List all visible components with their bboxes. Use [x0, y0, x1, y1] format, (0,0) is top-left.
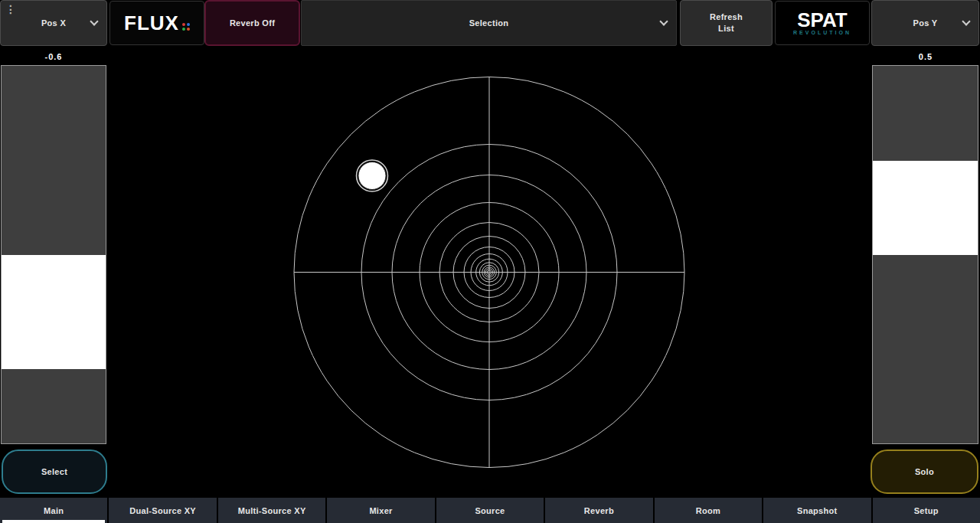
reverb-off-label: Reverb Off — [230, 18, 275, 28]
flux-logo-text: FLUX — [124, 11, 179, 35]
tab-label: Reverb — [584, 506, 614, 515]
chevron-down-icon — [962, 17, 970, 25]
tab-setup[interactable]: Setup — [873, 498, 980, 523]
selection-dropdown[interactable]: Selection — [301, 0, 677, 46]
kebab-menu-icon[interactable]: ⋮ — [5, 4, 16, 15]
tab-label: Multi-Source XY — [238, 506, 306, 515]
tab-room[interactable]: Room — [655, 498, 762, 523]
selection-label: Selection — [469, 18, 509, 28]
spat-logo-subtitle: REVOLUTION — [793, 30, 851, 35]
tab-label: Source — [475, 506, 505, 515]
pos-y-value: 0.5 — [872, 52, 979, 63]
select-button[interactable]: Select — [2, 449, 107, 494]
pos-x-fader[interactable] — [1, 65, 106, 444]
tab-snapshot[interactable]: Snapshot — [763, 498, 871, 523]
pos-x-dropdown[interactable]: ⋮ Pos X — [0, 0, 107, 46]
chevron-down-icon — [659, 17, 668, 25]
xy-pad[interactable] — [294, 77, 685, 468]
pos-y-dropdown[interactable]: Pos Y — [871, 0, 979, 46]
solo-button[interactable]: Solo — [871, 449, 978, 494]
bottom-tab-bar: MainDual-Source XYMulti-Source XYMixerSo… — [0, 498, 980, 523]
tab-label: Setup — [914, 506, 939, 515]
tab-label: Room — [696, 506, 720, 515]
tab-label: Snapshot — [797, 506, 838, 515]
tab-source[interactable]: Source — [436, 498, 544, 523]
tab-dual-source-xy[interactable]: Dual-Source XY — [109, 498, 216, 523]
pos-x-fader-handle[interactable] — [2, 255, 106, 369]
pos-x-label: Pos X — [41, 18, 66, 28]
pos-y-fader-handle[interactable] — [873, 161, 978, 255]
select-button-label: Select — [41, 467, 67, 476]
active-tab-indicator — [2, 520, 105, 523]
solo-button-label: Solo — [915, 467, 934, 476]
pos-y-label: Pos Y — [913, 18, 938, 28]
tab-multi-source-xy[interactable]: Multi-Source XY — [218, 498, 325, 523]
tab-label: Main — [44, 506, 64, 515]
pos-x-value: -0.6 — [0, 52, 107, 63]
tab-main[interactable]: Main — [0, 498, 107, 523]
flux-logo: FLUX — [109, 1, 204, 45]
refresh-list-label-line1: Refresh — [710, 11, 743, 23]
refresh-list-button[interactable]: Refresh List — [680, 0, 773, 46]
spat-control-surface: ⋮ Pos X FLUX Reverb Off Selection Refres… — [0, 0, 980, 523]
tab-mixer[interactable]: Mixer — [327, 498, 434, 523]
tab-label: Mixer — [369, 506, 392, 515]
spat-revolution-logo: SPAT REVOLUTION — [775, 1, 870, 45]
tab-label: Dual-Source XY — [129, 506, 196, 515]
chevron-down-icon — [90, 17, 98, 25]
reverb-off-button[interactable]: Reverb Off — [204, 0, 300, 46]
refresh-list-label-line2: List — [718, 23, 734, 34]
spat-logo-text: SPAT — [797, 11, 847, 29]
flux-logo-dots — [182, 23, 190, 31]
pos-y-fader[interactable] — [872, 65, 978, 444]
tab-reverb[interactable]: Reverb — [545, 498, 652, 523]
